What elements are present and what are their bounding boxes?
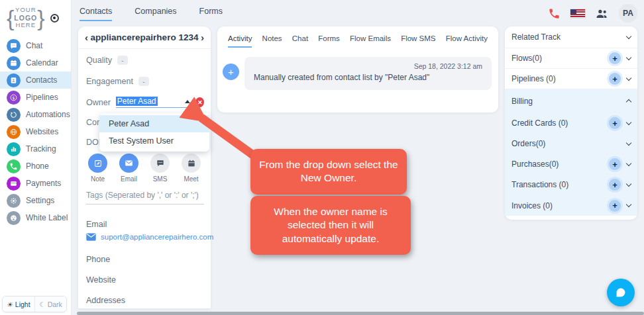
chevron-down-icon[interactable] bbox=[626, 119, 631, 124]
sidebar-item-tracking[interactable]: Tracking bbox=[0, 140, 71, 158]
tab-flow-sms[interactable]: Flow SMS bbox=[401, 34, 435, 48]
sidebar-item-websites[interactable]: Websites bbox=[0, 123, 71, 140]
theme-toggle: ☀Light ☾Dark bbox=[2, 296, 67, 312]
add-flow-button[interactable]: + bbox=[609, 52, 621, 64]
dark-theme-button[interactable]: ☾Dark bbox=[34, 296, 66, 312]
sidebar-nav: Chat Calendar Contacts $ Pipelines Autom… bbox=[0, 37, 71, 226]
sidebar-item-payments[interactable]: Payments bbox=[0, 175, 71, 192]
collapse-triangle-icon[interactable] bbox=[185, 100, 190, 103]
dark-label: Dark bbox=[48, 300, 62, 308]
owner-option-peter-asad[interactable]: Peter Asad bbox=[99, 115, 209, 132]
related-row-pipelines[interactable]: Pipelines (0) + bbox=[505, 69, 637, 89]
owner-dropdown-menu: Peter Asad Test System User bbox=[99, 113, 209, 152]
chevron-down-icon[interactable] bbox=[626, 181, 631, 186]
sidebar-item-pipelines[interactable]: $ Pipelines bbox=[0, 89, 71, 106]
add-pipeline-button[interactable]: + bbox=[609, 73, 621, 85]
tab-notes[interactable]: Notes bbox=[262, 34, 282, 48]
palette-icon bbox=[7, 211, 21, 225]
logo-line-3: HERE bbox=[16, 22, 36, 29]
chevron-down-icon[interactable] bbox=[626, 54, 631, 60]
email-field-label: Email bbox=[86, 220, 107, 229]
add-transaction-button[interactable]: + bbox=[609, 179, 621, 191]
tab-activity[interactable]: Activity bbox=[228, 34, 252, 48]
annotation-box-1: From the drop down select the New Owner. bbox=[250, 149, 407, 195]
tab-flow-activity[interactable]: Flow Activity bbox=[446, 34, 488, 48]
meet-action-button[interactable]: Meet bbox=[182, 154, 201, 183]
light-theme-button[interactable]: ☀Light bbox=[3, 296, 34, 312]
sidebar-item-phone[interactable]: Phone bbox=[0, 158, 71, 175]
orders-label: Orders(0) bbox=[511, 139, 627, 148]
tab-contacts[interactable]: Contacts bbox=[80, 7, 112, 21]
sms-label: SMS bbox=[153, 175, 168, 183]
us-flag-language-icon[interactable] bbox=[570, 9, 585, 18]
related-row-purchases[interactable]: Purchases(0) + bbox=[505, 154, 637, 175]
prev-contact-button[interactable]: ‹ bbox=[85, 32, 88, 42]
purchases-label: Purchases(0) bbox=[511, 159, 609, 169]
moon-icon: ☾ bbox=[39, 300, 45, 308]
sidebar-item-chat[interactable]: Chat bbox=[0, 37, 71, 54]
sidebar-collapse-toggle-icon[interactable] bbox=[50, 14, 59, 22]
activity-panel: Activity Notes Chat Forms Flow Emails Fl… bbox=[217, 26, 498, 112]
add-activity-button[interactable]: + bbox=[223, 64, 239, 80]
related-row-credit-cards[interactable]: Credit Cards (0) + bbox=[505, 113, 637, 134]
user-avatar[interactable]: PA bbox=[619, 4, 637, 22]
chevron-down-icon[interactable] bbox=[626, 160, 631, 165]
sidebar-item-white-label[interactable]: White Label bbox=[0, 209, 71, 226]
tags-input[interactable]: Tags (Seperated by ',' or ':' or ';') bbox=[86, 191, 204, 204]
next-contact-button[interactable]: › bbox=[201, 32, 204, 42]
main-area: Contacts Companies Forms PA ‹ appliancer… bbox=[72, 0, 644, 315]
tab-forms[interactable]: Forms bbox=[199, 7, 223, 21]
sidebar-item-label: Settings bbox=[26, 196, 54, 205]
email-action-button[interactable]: Email bbox=[119, 154, 138, 183]
chevron-up-icon[interactable] bbox=[626, 99, 631, 105]
chevron-down-icon[interactable] bbox=[626, 75, 631, 80]
sidebar-item-automations[interactable]: Automations bbox=[0, 106, 71, 123]
invoices-label: Invoices (0) bbox=[511, 201, 609, 210]
sidebar-item-label: Tracking bbox=[26, 144, 56, 154]
horizontal-scrollbar[interactable] bbox=[77, 312, 644, 315]
clear-owner-icon[interactable]: ✕ bbox=[195, 97, 204, 107]
logo-brace-left: { bbox=[7, 7, 14, 29]
dialer-phone-icon[interactable] bbox=[548, 7, 561, 20]
phone-handset-icon bbox=[7, 159, 21, 173]
related-row-related-track[interactable]: Related Track bbox=[505, 26, 637, 48]
users-icon[interactable] bbox=[595, 7, 609, 21]
sun-icon: ☀ bbox=[7, 300, 13, 308]
add-credit-card-button[interactable]: + bbox=[609, 117, 621, 129]
tab-forms[interactable]: Forms bbox=[318, 34, 340, 48]
chat-widget-button[interactable] bbox=[607, 279, 635, 306]
sidebar-item-calendar[interactable]: Calendar bbox=[0, 54, 71, 71]
chevron-down-icon[interactable] bbox=[626, 140, 631, 145]
billing-label: Billing bbox=[511, 97, 627, 106]
tab-companies[interactable]: Companies bbox=[134, 7, 176, 21]
chevron-down-icon[interactable] bbox=[626, 33, 631, 38]
svg-text:$: $ bbox=[13, 95, 15, 99]
chevron-down-icon[interactable] bbox=[626, 202, 631, 207]
contact-email-link[interactable]: suport@appliancerepairhero.com bbox=[86, 233, 213, 241]
tab-chat[interactable]: Chat bbox=[292, 34, 308, 48]
add-invoice-button[interactable]: + bbox=[609, 200, 621, 212]
tab-flow-emails[interactable]: Flow Emails bbox=[350, 34, 391, 48]
owner-select-input[interactable]: Peter Asad bbox=[116, 97, 191, 108]
add-purchase-button[interactable]: + bbox=[609, 158, 621, 170]
owner-option-test-system-user[interactable]: Test System User bbox=[99, 132, 209, 150]
related-row-orders[interactable]: Orders(0) bbox=[505, 134, 637, 154]
logo-brace-right: } bbox=[37, 7, 44, 29]
related-row-transactions[interactable]: Transactions (0) + bbox=[505, 175, 637, 195]
meet-calendar-icon bbox=[182, 154, 201, 173]
related-row-flows[interactable]: Flows(0) + bbox=[505, 48, 637, 69]
chat-bubble-icon bbox=[614, 285, 628, 300]
related-row-invoices[interactable]: Invoices (0) + bbox=[505, 195, 637, 216]
note-action-button[interactable]: Note bbox=[88, 154, 107, 183]
envelope-icon bbox=[86, 233, 96, 241]
annotation-box-2: When the owner name is selected then it … bbox=[250, 196, 411, 255]
chat-icon bbox=[7, 39, 21, 53]
sidebar-item-label: Phone bbox=[26, 161, 49, 171]
sidebar-item-contacts[interactable]: Contacts bbox=[0, 71, 71, 89]
sms-action-button[interactable]: SMS bbox=[150, 154, 170, 183]
sidebar-item-settings[interactable]: Settings bbox=[0, 192, 71, 209]
meet-label: Meet bbox=[184, 175, 198, 183]
dollar-pipelines-icon: $ bbox=[7, 91, 21, 105]
related-row-billing[interactable]: Billing bbox=[505, 89, 637, 113]
contact-title: appliancerepairhero 1234 bbox=[91, 32, 199, 42]
